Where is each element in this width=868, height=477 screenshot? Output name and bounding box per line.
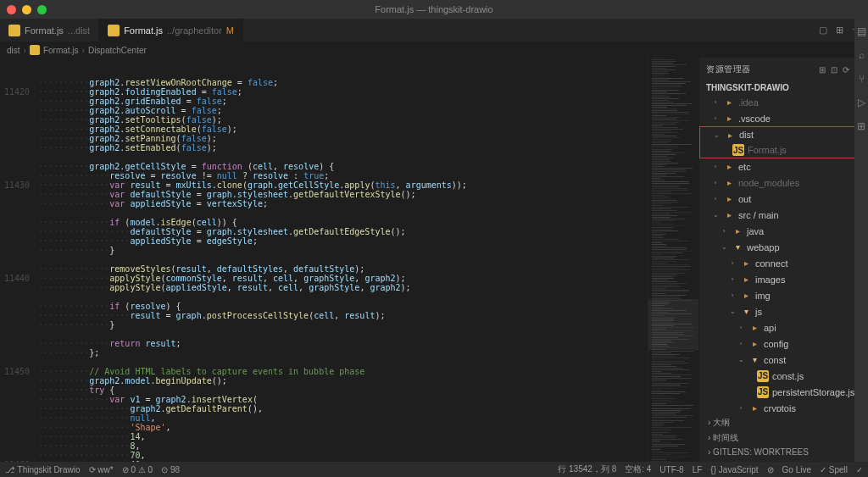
explorer-header: 资源管理器 ⊞ ⊡ ⟳ ⊟ bbox=[699, 58, 868, 81]
tab-bar: Format.js ...dist Format.js ../graphedit… bbox=[0, 19, 868, 42]
notif-icon[interactable]: ⊘ bbox=[767, 465, 774, 474]
explorer-title: 资源管理器 bbox=[706, 64, 751, 75]
sidebar-sections: › 大纲 › 时间线 › GITLENS: WORKTREES bbox=[699, 412, 868, 462]
project-name[interactable]: THINGSKIT-DRAWIO bbox=[699, 81, 868, 94]
encoding-status[interactable]: UTF-8 bbox=[659, 465, 683, 474]
editor-tab[interactable]: Format.js ...dist bbox=[0, 19, 99, 42]
activity-bar: ▤ ⌕ ⑂ ▷ ⊞ bbox=[854, 19, 868, 462]
line-gutter: 1142011430114401145011460 bbox=[0, 58, 38, 462]
explorer-sidebar: 资源管理器 ⊞ ⊡ ⟳ ⊟ THINGSKIT-DRAWIO ›▸.idea›▸… bbox=[698, 58, 868, 462]
gitlens-section[interactable]: › GITLENS: WORKTREES bbox=[708, 446, 860, 458]
new-file-icon[interactable]: ⊞ bbox=[819, 65, 826, 75]
new-folder-icon[interactable]: ⊡ bbox=[831, 65, 837, 75]
tree-item-api[interactable]: ›▸api bbox=[699, 319, 868, 336]
files-icon[interactable]: ▤ bbox=[857, 25, 866, 37]
breadcrumb-seg[interactable]: Format.js bbox=[43, 46, 79, 55]
editor[interactable]: 1142011430114401145011460 ··········grap… bbox=[0, 58, 698, 462]
status-bar: ⎇ Thingskit Drawio ⟳ ww* ⊘ 0 ⚠ 0 ⊙ 98 行 … bbox=[0, 462, 868, 477]
tab-label: Format.js bbox=[124, 25, 163, 36]
tree-item-java[interactable]: ›▸java bbox=[699, 223, 868, 239]
tree-item-persistentstorage-js[interactable]: JSpersistentStorage.js bbox=[699, 384, 868, 400]
golive-status[interactable]: Go Live bbox=[782, 465, 811, 474]
editor-tab-active[interactable]: Format.js ../grapheditor M bbox=[99, 19, 243, 42]
minimize-icon[interactable] bbox=[22, 5, 31, 14]
tree-item-config[interactable]: ›▸config bbox=[699, 336, 868, 352]
modified-badge: M bbox=[226, 25, 234, 36]
breadcrumb-seg[interactable]: DispatchCenter bbox=[88, 46, 147, 55]
tree-item-out[interactable]: ›▸out bbox=[699, 191, 868, 207]
maximize-icon[interactable] bbox=[37, 5, 47, 14]
scm-icon[interactable]: ⑂ bbox=[859, 73, 865, 85]
indent-status[interactable]: 空格: 4 bbox=[625, 463, 651, 475]
tab-label: Format.js bbox=[25, 25, 64, 36]
tree-item-img[interactable]: ›▸img bbox=[699, 287, 868, 303]
code-content[interactable]: ··········graph2.resetViewOnRootChange =… bbox=[38, 58, 648, 462]
tree-item-src-main[interactable]: ⌄▸src / main bbox=[699, 207, 868, 223]
compare-icon[interactable]: ▢ bbox=[819, 25, 827, 36]
tree-item-webapp[interactable]: ⌄▾webapp bbox=[699, 239, 868, 255]
tree-item-const-js[interactable]: JSconst.js bbox=[699, 368, 868, 384]
tree-item--vscode[interactable]: ›▸.vscode bbox=[699, 110, 868, 126]
tree-item-format-js[interactable]: JSFormat.js bbox=[699, 142, 868, 158]
lang-status[interactable]: {} JavaScript bbox=[710, 465, 758, 474]
js-file-icon bbox=[8, 25, 20, 36]
tab-path: ../grapheditor bbox=[167, 25, 222, 36]
tree-item-cryptojs[interactable]: ›▸cryptojs bbox=[699, 400, 868, 412]
cursor-pos[interactable]: 行 13542，列 8 bbox=[558, 463, 616, 475]
js-file-icon bbox=[30, 45, 40, 55]
tree-item--idea[interactable]: ›▸.idea bbox=[699, 94, 868, 110]
minimap[interactable] bbox=[648, 58, 698, 462]
window-title: Format.js — thingskit-drawio bbox=[375, 4, 492, 14]
sync-سidebar-label[interactable]: ⟳ ww* bbox=[89, 465, 114, 474]
minimap-viewport[interactable] bbox=[648, 299, 698, 350]
chevron-right-icon: › bbox=[24, 46, 26, 55]
tree-item-node-modules[interactable]: ›▸node_modules bbox=[699, 175, 868, 191]
bell-icon[interactable]: ✓ bbox=[856, 465, 863, 474]
tree-item-dist[interactable]: ⌄▸dist bbox=[699, 126, 868, 142]
chevron-right-icon: › bbox=[82, 46, 85, 55]
problems-status[interactable]: ⊘ 0 ⚠ 0 bbox=[122, 465, 153, 474]
main-area: 1142011430114401145011460 ··········grap… bbox=[0, 58, 868, 462]
eol-status[interactable]: LF bbox=[693, 465, 703, 474]
spell-status[interactable]: ✓ Spell bbox=[820, 465, 848, 474]
tree-item-etc[interactable]: ›▸etc bbox=[699, 158, 868, 175]
breadcrumb[interactable]: dist › Format.js › DispatchCenter bbox=[0, 42, 868, 58]
tree-item-js[interactable]: ⌄▾js bbox=[699, 303, 868, 319]
search-icon[interactable]: ⌕ bbox=[859, 49, 865, 61]
window-controls bbox=[7, 5, 47, 14]
extensions-icon[interactable]: ⊞ bbox=[857, 120, 865, 132]
breadcrumb-seg[interactable]: dist bbox=[7, 46, 20, 55]
split-icon[interactable]: ⊞ bbox=[836, 25, 843, 36]
feedback-status[interactable]: ⊙ 98 bbox=[161, 465, 180, 474]
close-icon[interactable] bbox=[7, 5, 16, 14]
outline-section[interactable]: › 大纲 bbox=[708, 415, 860, 430]
tree-item-const[interactable]: ⌄▾const bbox=[699, 352, 868, 368]
js-file-icon bbox=[108, 25, 120, 36]
titlebar: Format.js — thingskit-drawio bbox=[0, 0, 868, 19]
tree-item-images[interactable]: ›▸images bbox=[699, 271, 868, 287]
tree-item-connect[interactable]: ›▸connect bbox=[699, 255, 868, 271]
file-tree[interactable]: ›▸.idea›▸.vscode⌄▸distJSFormat.js›▸etc›▸… bbox=[699, 94, 868, 412]
tab-path: ...dist bbox=[68, 25, 90, 36]
timeline-section[interactable]: › 时间线 bbox=[708, 430, 860, 446]
branch-status[interactable]: ⎇ Thingskit Drawio bbox=[5, 465, 81, 474]
refresh-icon[interactable]: ⟳ bbox=[843, 65, 849, 75]
debug-icon[interactable]: ▷ bbox=[858, 97, 865, 108]
